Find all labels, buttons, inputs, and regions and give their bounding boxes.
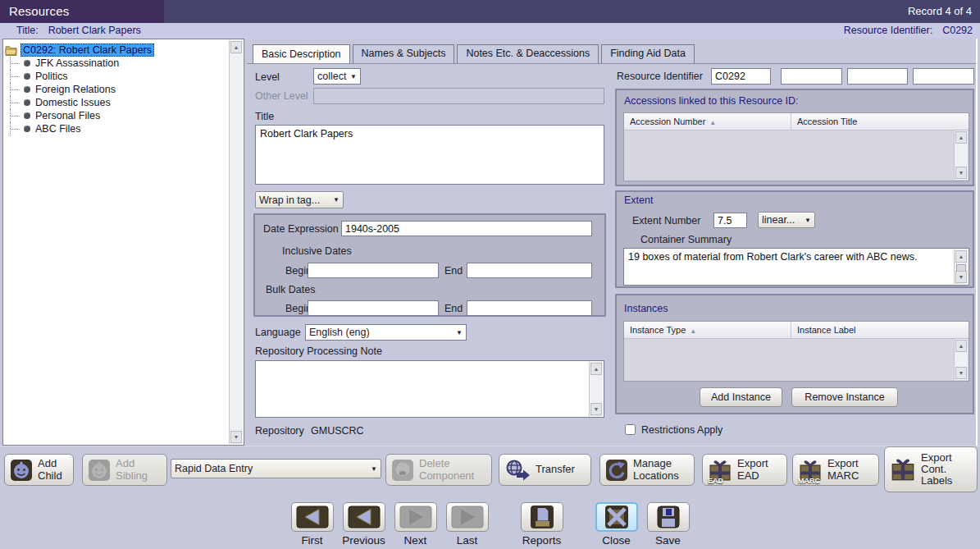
resource-identifier-input-4[interactable] xyxy=(913,68,974,85)
resource-identifier-input-2[interactable] xyxy=(781,68,842,85)
accession-title-column-header[interactable]: Accession Title xyxy=(791,113,969,130)
sort-ascending-icon: ▲ xyxy=(690,327,696,335)
date-expression-label: Date Expression xyxy=(263,223,339,235)
tree-item[interactable]: Domestic Issues xyxy=(3,96,229,109)
resource-identifier-input-3[interactable] xyxy=(847,68,908,85)
export-container-labels-button[interactable]: Export Cont. Labels xyxy=(884,446,978,492)
date-expression-input[interactable] xyxy=(341,221,592,236)
component-dot-icon xyxy=(24,126,30,132)
bulk-begin-input[interactable] xyxy=(308,300,439,316)
tree-scrollbar[interactable]: ▲ ▼ xyxy=(229,40,243,444)
baby-face-icon xyxy=(88,459,111,482)
chevron-down-icon: ▼ xyxy=(330,196,343,204)
tab-finding-aid-data[interactable]: Finding Aid Data xyxy=(601,44,695,63)
accession-number-column-header[interactable]: Accession Number▲ xyxy=(624,113,791,130)
accessions-table: Accession Number▲ Accession Title ▲ ▼ xyxy=(623,112,969,181)
instance-type-column-header[interactable]: Instance Type▲ xyxy=(624,322,791,338)
language-label: Language xyxy=(255,327,301,338)
reports-button[interactable] xyxy=(521,502,563,532)
scroll-up-icon[interactable]: ▲ xyxy=(955,131,967,144)
app-title: Resources xyxy=(0,0,164,23)
container-summary-label: Container Summary xyxy=(640,234,732,245)
transfer-button[interactable]: Transfer xyxy=(499,454,591,486)
chevron-down-icon: ▼ xyxy=(347,73,360,80)
tab-notes-deaccessions[interactable]: Notes Etc. & Deaccessions xyxy=(457,44,599,63)
title-label: Title: xyxy=(16,25,39,36)
export-marc-button[interactable]: MARC Export MARC xyxy=(792,454,879,486)
wrap-in-tag-select[interactable]: Wrap in tag... ▼ xyxy=(255,191,344,208)
restrictions-apply-checkbox[interactable] xyxy=(625,424,636,435)
tree-item[interactable]: JFK Assassination xyxy=(3,57,229,70)
extent-number-input[interactable] xyxy=(713,213,747,228)
scroll-down-icon[interactable]: ▼ xyxy=(955,271,967,283)
scroll-up-icon[interactable]: ▲ xyxy=(590,363,602,375)
tree-item[interactable]: ABC Files xyxy=(3,122,229,135)
package-icon: EAD xyxy=(708,458,732,483)
package-icon xyxy=(890,456,916,483)
level-select[interactable]: collection ▼ xyxy=(313,68,361,85)
baby-face-icon xyxy=(10,459,33,482)
container-summary-textarea[interactable]: 19 boxes of material from Robert Clark's… xyxy=(623,248,969,286)
accessions-title: Accessions linked to this Resource ID: xyxy=(624,95,799,107)
close-button[interactable] xyxy=(595,502,638,532)
scrollbar[interactable]: ▲ ▼ xyxy=(589,362,603,416)
record-navigation-bar: First Previous Next xyxy=(0,496,980,549)
resource-identifier-field-label: Resource Identifier xyxy=(617,71,703,82)
resource-identifier-input-1[interactable] xyxy=(711,68,771,85)
title-textarea[interactable]: Robert Clark Papers xyxy=(255,125,604,185)
scroll-down-icon[interactable]: ▼ xyxy=(230,431,242,443)
tab-basic-description[interactable]: Basic Description xyxy=(253,44,350,63)
language-select[interactable]: English (eng) ▼ xyxy=(305,324,467,341)
tree-item[interactable]: Foreign Relations xyxy=(3,83,229,96)
level-label: Level xyxy=(255,71,280,83)
scroll-down-icon[interactable]: ▼ xyxy=(955,167,967,179)
tree-root-label[interactable]: C0292: Robert Clark Papers xyxy=(21,43,154,57)
tab-bar: Basic Description Names & Subjects Notes… xyxy=(253,44,695,63)
resource-form-panel: Basic Description Names & Subjects Notes… xyxy=(247,39,978,446)
instance-label-column-header[interactable]: Instance Label xyxy=(791,322,969,338)
tree-item[interactable]: Politics xyxy=(3,70,229,83)
scroll-up-icon[interactable]: ▲ xyxy=(955,340,967,352)
instances-table-body[interactable] xyxy=(624,339,955,381)
scroll-up-icon[interactable]: ▲ xyxy=(955,250,967,263)
accessions-table-body[interactable] xyxy=(624,130,955,181)
processing-note-label: Repository Processing Note xyxy=(255,345,382,357)
first-record-button[interactable] xyxy=(291,502,334,532)
scrollbar[interactable]: ▲ ▼ xyxy=(954,130,968,180)
inclusive-begin-input[interactable] xyxy=(308,263,439,278)
tab-names-subjects[interactable]: Names & Subjects xyxy=(353,44,455,63)
component-dot-icon xyxy=(24,112,30,119)
add-instance-button[interactable]: Add Instance xyxy=(700,387,782,407)
remove-instance-button[interactable]: Remove Instance xyxy=(791,387,898,407)
record-position: Record 4 of 4 xyxy=(908,0,972,23)
extent-unit-select[interactable]: linear... ▼ xyxy=(758,212,815,228)
tree-item[interactable]: Personal Files xyxy=(3,109,229,122)
inclusive-end-input[interactable] xyxy=(467,263,592,278)
end-label: End xyxy=(444,303,463,314)
other-level-input xyxy=(313,88,604,104)
save-button[interactable] xyxy=(647,502,690,532)
previous-record-button[interactable] xyxy=(343,502,385,532)
component-dot-icon xyxy=(24,60,30,66)
scrollbar[interactable]: ▲ ▼ xyxy=(954,249,968,284)
extent-number-label: Extent Number xyxy=(632,215,700,226)
scroll-down-icon[interactable]: ▼ xyxy=(955,367,967,379)
title-value: Robert Clark Papers xyxy=(48,25,141,36)
processing-note-textarea[interactable]: ▲ ▼ xyxy=(255,360,604,418)
scrollbar[interactable]: ▲ ▼ xyxy=(954,339,968,380)
scroll-up-icon[interactable]: ▲ xyxy=(230,41,242,53)
report-document-icon xyxy=(530,505,554,529)
scroll-down-icon[interactable]: ▼ xyxy=(590,403,602,415)
rapid-data-entry-select[interactable]: Rapid Data Entry ▼ xyxy=(171,459,381,478)
title-field-label: Title xyxy=(255,111,274,122)
component-dot-icon xyxy=(24,99,30,106)
instances-table: Instance Type▲ Instance Label ▲ ▼ xyxy=(623,321,969,382)
delete-component-button: Delete Component xyxy=(385,454,492,486)
export-ead-button[interactable]: EAD Export EAD xyxy=(702,454,787,486)
manage-locations-button[interactable]: Manage Locations xyxy=(599,454,695,486)
chevron-down-icon: ▼ xyxy=(367,465,381,473)
arrow-left-icon xyxy=(296,506,329,528)
add-child-button[interactable]: Add Child xyxy=(4,454,74,486)
bulk-end-input[interactable] xyxy=(467,300,592,316)
tree-root-item[interactable]: C0292: Robert Clark Papers xyxy=(3,43,229,57)
